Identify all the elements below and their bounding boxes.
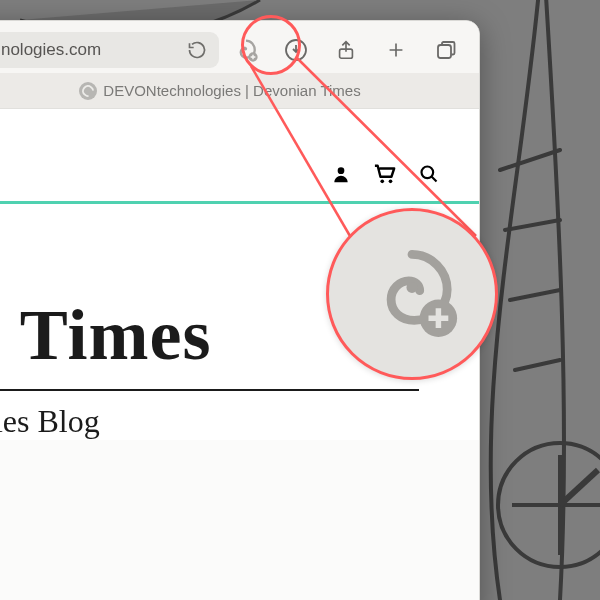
- svg-point-8: [380, 180, 384, 184]
- page-title: n Times: [0, 294, 211, 377]
- devonthink-extension-icon[interactable]: [231, 35, 261, 65]
- page-subtitle: nologies Blog: [0, 389, 419, 440]
- user-icon[interactable]: [331, 164, 351, 184]
- svg-point-10: [422, 167, 434, 179]
- tab-strip: DEVONtechnologies | Devonian Times: [0, 73, 479, 109]
- svg-point-13: [407, 282, 418, 293]
- search-icon[interactable]: [419, 164, 439, 184]
- callout-magnified: [326, 208, 498, 380]
- svg-point-7: [338, 167, 345, 174]
- tab-title[interactable]: DEVONtechnologies | Devonian Times: [103, 82, 360, 99]
- svg-rect-6: [438, 45, 451, 58]
- svg-point-2: [244, 47, 248, 51]
- svg-point-9: [389, 180, 393, 184]
- new-tab-icon[interactable]: [381, 35, 411, 65]
- address-bar[interactable]: chnologies.com: [0, 32, 219, 68]
- reload-icon[interactable]: [187, 40, 207, 60]
- browser-toolbar: chnologies.com: [0, 21, 479, 73]
- cart-icon[interactable]: [373, 163, 397, 185]
- address-text: chnologies.com: [0, 40, 101, 60]
- tab-overview-icon[interactable]: [431, 35, 461, 65]
- downloads-icon[interactable]: [281, 35, 311, 65]
- share-icon[interactable]: [331, 35, 361, 65]
- tab-favicon-icon: [79, 82, 97, 100]
